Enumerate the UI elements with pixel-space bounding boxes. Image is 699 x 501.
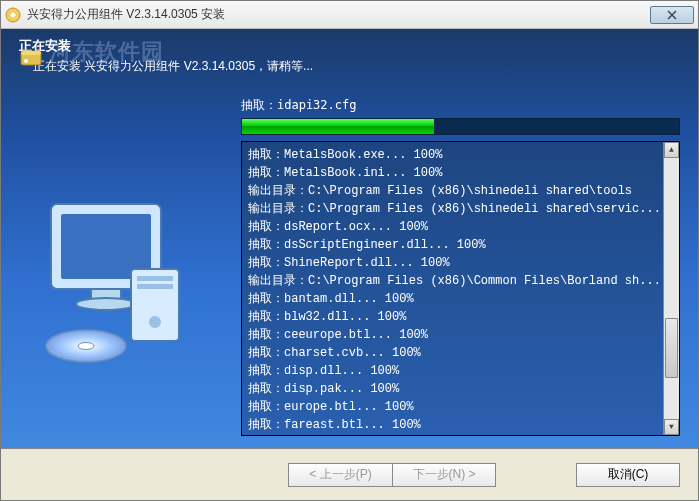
installer-window: 兴安得力公用组件 V2.3.14.0305 安装 河东软件园 正在安装 正在安装…: [0, 0, 699, 501]
scroll-down-button[interactable]: ▼: [664, 419, 679, 435]
content-area: 河东软件园 正在安装 正在安装 兴安得力公用组件 V2.3.14.0305，请稍…: [1, 29, 698, 448]
progress-fill: [242, 119, 434, 134]
log-line: 抽取：ShineReport.dll... 100%: [248, 254, 673, 272]
close-button[interactable]: [650, 6, 694, 24]
log-lines: 抽取：MetalsBook.exe... 100%抽取：MetalsBook.i…: [248, 146, 673, 434]
window-title: 兴安得力公用组件 V2.3.14.0305 安装: [27, 6, 650, 23]
svg-rect-2: [21, 51, 41, 55]
header-title: 正在安装: [19, 37, 682, 55]
installer-side-image: [31, 194, 201, 374]
log-line: 抽取：blw32.dll... 100%: [248, 308, 673, 326]
log-line: 抽取：bantam.dll... 100%: [248, 290, 673, 308]
log-line: 输出目录：C:\Program Files (x86)\Common Files…: [248, 272, 673, 290]
log-line: 抽取：dsScriptEngineer.dll... 100%: [248, 236, 673, 254]
footer: < 上一步(P) 下一步(N) > 取消(C): [1, 448, 698, 500]
next-button: 下一步(N) >: [392, 463, 496, 487]
back-button: < 上一步(P): [288, 463, 392, 487]
nav-button-group: < 上一步(P) 下一步(N) >: [288, 463, 496, 487]
log-line: 抽取：dsReport.ocx... 100%: [248, 218, 673, 236]
header-subtitle: 正在安装 兴安得力公用组件 V2.3.14.0305，请稍等...: [33, 58, 682, 75]
cancel-button[interactable]: 取消(C): [576, 463, 680, 487]
log-line: 抽取：europe.btl... 100%: [248, 398, 673, 416]
log-scrollbar[interactable]: ▲ ▼: [663, 142, 679, 435]
installer-header-icon: [17, 45, 45, 73]
scroll-track[interactable]: [664, 158, 679, 419]
svg-point-11: [149, 316, 161, 328]
titlebar: 兴安得力公用组件 V2.3.14.0305 安装: [1, 1, 698, 29]
header: 正在安装 正在安装 兴安得力公用组件 V2.3.14.0305，请稍等...: [17, 37, 682, 75]
log-line: 输出目录：C:\Program Files (x86)\shinedeli sh…: [248, 200, 673, 218]
app-icon: [5, 7, 21, 23]
svg-point-13: [78, 343, 94, 350]
log-line: 抽取：disp.pak... 100%: [248, 380, 673, 398]
svg-point-3: [24, 59, 28, 63]
svg-rect-9: [137, 276, 173, 281]
scroll-thumb[interactable]: [665, 318, 678, 378]
svg-rect-10: [137, 284, 173, 289]
log-line: 输出目录：C:\Program Files (x86)\shinedeli sh…: [248, 182, 673, 200]
log-line: 抽取：fareast.btl... 100%: [248, 416, 673, 434]
svg-point-7: [76, 298, 136, 310]
progress-area: 抽取：idapi32.cfg: [241, 97, 680, 135]
log-line: 抽取：ceeurope.btl... 100%: [248, 326, 673, 344]
progress-prefix: 抽取：: [241, 98, 277, 112]
progress-file: idapi32.cfg: [277, 98, 356, 112]
log-box: 抽取：MetalsBook.exe... 100%抽取：MetalsBook.i…: [241, 141, 680, 436]
progress-bar: [241, 118, 680, 135]
scroll-up-button[interactable]: ▲: [664, 142, 679, 158]
log-line: 抽取：charset.cvb... 100%: [248, 344, 673, 362]
log-line: 抽取：MetalsBook.ini... 100%: [248, 164, 673, 182]
progress-label: 抽取：idapi32.cfg: [241, 97, 680, 114]
log-line: 抽取：disp.dll... 100%: [248, 362, 673, 380]
log-line: 抽取：MetalsBook.exe... 100%: [248, 146, 673, 164]
